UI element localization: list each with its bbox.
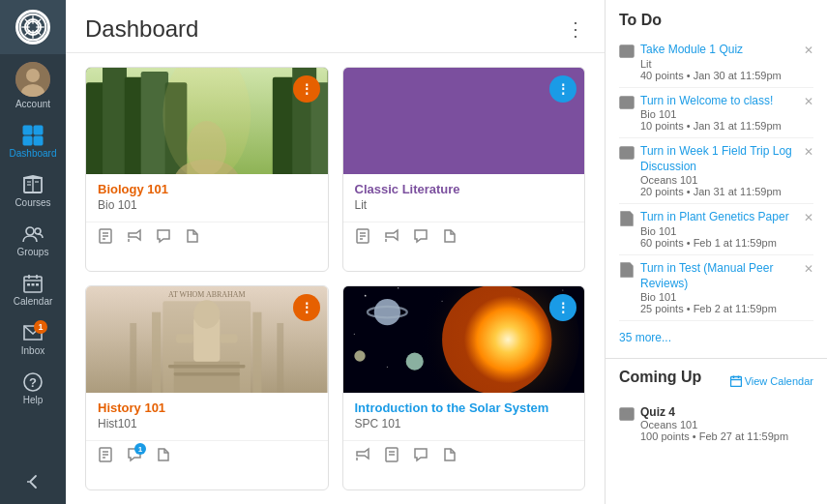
sidebar-item-collapse[interactable] <box>0 463 66 500</box>
quiz-icon-3 <box>619 211 635 230</box>
sidebar-item-courses[interactable]: Courses <box>0 166 66 216</box>
quiz-icon-4 <box>619 262 635 282</box>
todo-item-3: Turn in Plant Genetics Paper Bio 101 60 … <box>619 204 813 255</box>
card-body-spc101: Introduction to the Solar System SPC 101 <box>343 393 585 440</box>
svg-text:?: ? <box>29 375 37 390</box>
svg-rect-61 <box>220 334 237 342</box>
todo-sub-0: Lit 40 points • Jan 30 at 11:59pm <box>640 58 798 81</box>
svg-rect-66 <box>130 323 136 393</box>
svg-rect-98 <box>620 147 634 159</box>
card-course-code-lit: Lit <box>355 198 574 212</box>
card-actions-hist101: 1 <box>86 440 328 473</box>
files-icon-spc[interactable] <box>442 447 458 465</box>
svg-point-74 <box>364 295 366 297</box>
sidebar-item-groups[interactable]: Groups <box>0 216 66 265</box>
todo-close-4[interactable]: ✕ <box>804 262 813 276</box>
sidebar-label-dashboard: Dashboard <box>10 148 57 159</box>
card-bg-biology <box>86 68 328 174</box>
svg-rect-96 <box>620 97 634 108</box>
assignment-icon[interactable] <box>98 228 113 247</box>
discussion-icon-lit[interactable] <box>413 228 428 247</box>
todo-link-4[interactable]: Turn in Test (Manual Peer Reviews) <box>640 261 798 291</box>
course-card-bio101[interactable]: ⋮ Biology 101 Bio 101 <box>85 67 329 272</box>
svg-point-84 <box>373 299 399 325</box>
logo-svg <box>18 10 47 44</box>
todo-item-4: Turn in Test (Manual Peer Reviews) Bio 1… <box>619 255 813 321</box>
sidebar-label-account: Account <box>15 99 50 109</box>
sidebar: Account Dashboard Courses <box>0 0 66 504</box>
groups-icon <box>22 223 44 245</box>
card-course-name-hist101: History 101 <box>98 400 316 415</box>
header-options-button[interactable]: ⋮ <box>566 17 585 41</box>
todo-link-1[interactable]: Turn in Welcome to class! <box>640 94 798 109</box>
svg-rect-15 <box>23 136 32 145</box>
svg-point-80 <box>353 334 354 335</box>
avatar-svg <box>15 62 50 97</box>
collapse-icon <box>22 471 44 492</box>
svg-rect-16 <box>34 136 43 145</box>
todo-link-0[interactable]: Take Module 1 Quiz <box>640 43 798 58</box>
svg-rect-60 <box>176 334 193 342</box>
todo-item-0: Take Module 1 Quiz Lit 40 points • Jan 3… <box>619 37 813 88</box>
svg-line-7 <box>36 30 41 35</box>
coming-up-section: Coming Up View Calendar Quiz 4 Oceans 10… <box>605 358 827 446</box>
svg-rect-104 <box>730 377 741 387</box>
course-card-spc101[interactable]: ⋮ Introduction to the Solar System SPC 1… <box>342 285 586 490</box>
svg-point-11 <box>26 69 40 82</box>
discussion-icon-spc[interactable] <box>413 447 428 465</box>
card-image-lit: ⋮ <box>343 68 585 174</box>
todo-close-3[interactable]: ✕ <box>804 211 813 224</box>
course-card-hist101[interactable]: AT WHOM ABRAHAM ⋮ History 101 Hist101 1 <box>85 285 329 490</box>
announcement-icon[interactable] <box>127 228 142 247</box>
todo-content-4: Turn in Test (Manual Peer Reviews) Bio 1… <box>640 261 798 314</box>
coming-up-name-0: Quiz 4 <box>640 405 788 419</box>
svg-point-44 <box>162 68 251 174</box>
course-card-lit[interactable]: ⋮ Classic Literature Lit <box>342 67 586 272</box>
announcement-icon-lit[interactable] <box>384 228 399 247</box>
todo-close-2[interactable]: ✕ <box>804 145 813 159</box>
avatar <box>15 62 50 97</box>
sidebar-item-account[interactable]: Account <box>0 54 66 117</box>
coming-up-icon-0 <box>619 406 635 442</box>
card-menu-button-lit[interactable]: ⋮ <box>549 75 576 103</box>
assignment-icon-hist[interactable] <box>98 447 113 465</box>
card-menu-button-bio101[interactable]: ⋮ <box>293 75 320 103</box>
discussion-icon[interactable] <box>156 228 171 247</box>
sidebar-item-dashboard[interactable]: Dashboard <box>0 117 66 166</box>
todo-close-1[interactable]: ✕ <box>804 95 813 108</box>
files-icon-hist[interactable] <box>156 447 171 465</box>
todo-title: To Do <box>619 12 813 29</box>
svg-point-81 <box>386 367 387 368</box>
sidebar-item-help[interactable]: ? Help <box>0 364 66 413</box>
svg-point-87 <box>354 350 365 361</box>
files-icon[interactable] <box>185 228 200 247</box>
todo-section: To Do Take Module 1 Quiz Lit 40 points •… <box>605 0 827 358</box>
assignment-icon-spc[interactable] <box>384 447 399 465</box>
todo-content-0: Take Module 1 Quiz Lit 40 points • Jan 3… <box>640 43 798 81</box>
courses-icon <box>22 174 44 195</box>
card-body-bio101: Biology 101 Bio 101 <box>86 174 328 222</box>
files-icon-lit[interactable] <box>442 228 458 247</box>
card-actions-bio101 <box>86 222 328 254</box>
sidebar-item-inbox[interactable]: 1 Inbox <box>0 314 66 364</box>
todo-item-1: Turn in Welcome to class! Bio 101 10 poi… <box>619 88 813 139</box>
sidebar-label-groups: Groups <box>17 247 49 257</box>
more-link[interactable]: 35 more... <box>619 325 671 350</box>
view-calendar-link[interactable]: View Calendar <box>730 375 813 387</box>
svg-rect-35 <box>103 68 127 174</box>
todo-link-3[interactable]: Turn in Plant Genetics Paper <box>640 210 798 225</box>
sidebar-label-courses: Courses <box>15 197 50 208</box>
todo-close-0[interactable]: ✕ <box>804 44 813 57</box>
sidebar-item-calendar[interactable]: Calendar <box>0 265 66 314</box>
announcement-icon-spc[interactable] <box>355 447 370 465</box>
svg-point-21 <box>26 227 34 235</box>
svg-line-8 <box>36 19 41 24</box>
assignment-icon-lit[interactable] <box>355 228 370 247</box>
todo-link-2[interactable]: Turn in Week 1 Field Trip Log Discussion <box>640 144 798 174</box>
discussion-icon-hist[interactable]: 1 <box>127 447 142 465</box>
svg-rect-28 <box>32 283 35 286</box>
card-menu-button-hist101[interactable]: ⋮ <box>293 294 320 321</box>
svg-rect-39 <box>273 77 295 174</box>
card-menu-button-spc101[interactable]: ⋮ <box>549 294 576 321</box>
svg-rect-29 <box>36 283 39 286</box>
